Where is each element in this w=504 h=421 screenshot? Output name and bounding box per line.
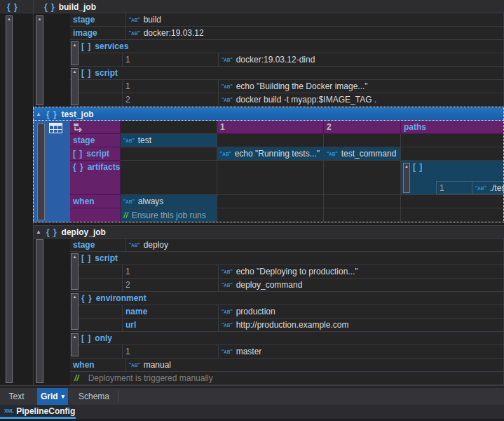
- empty-cell[interactable]: [217, 161, 324, 195]
- build-stage-value-cell[interactable]: "ᴀʙ" build: [126, 13, 504, 27]
- root-object-glyph: { }: [7, 2, 18, 12]
- test-job-collapse-bar[interactable]: [37, 123, 45, 220]
- key-label: name: [125, 307, 147, 316]
- empty-cell[interactable]: [121, 147, 217, 161]
- empty-cell[interactable]: [324, 161, 401, 195]
- build-script-item2-value-cell[interactable]: "ᴀʙ" docker build -t myapp:$IMAGE_TAG .: [219, 93, 504, 107]
- build-image-value-cell[interactable]: "ᴀʙ" docker:19.03.12: [126, 27, 504, 40]
- deploy-script-item1-value-cell[interactable]: "ᴀʙ" echo "Deploying to production...": [219, 265, 504, 279]
- environment-name-key-cell[interactable]: name: [123, 305, 219, 319]
- test-stage-key-cell[interactable]: stage: [70, 134, 121, 147]
- test-comment-gutter-cell[interactable]: [70, 208, 121, 222]
- table-view-icon[interactable]: [49, 123, 62, 133]
- collapse-arrow-icon[interactable]: ▲: [36, 111, 41, 117]
- index-label: 1: [125, 55, 130, 65]
- comment-icon: //: [74, 373, 79, 383]
- key-label: script: [95, 68, 118, 78]
- empty-cell[interactable]: [217, 195, 324, 208]
- build-script-item2-index-cell[interactable]: 2: [123, 93, 219, 107]
- collapse-arrow-icon[interactable]: ▲: [36, 229, 41, 235]
- environment-url-value-cell[interactable]: "ᴀʙ" http://production.example.com: [219, 319, 504, 332]
- value-text: test: [138, 135, 151, 145]
- tab-text[interactable]: Text: [0, 388, 33, 405]
- only-item-index-cell[interactable]: 1: [123, 345, 219, 359]
- only-collapse-bar[interactable]: ▲: [71, 333, 79, 356]
- deploy-when-value-cell[interactable]: "ᴀʙ" manual: [126, 359, 504, 372]
- services-item-index-cell[interactable]: 1: [123, 53, 219, 67]
- build-script-item1-index-cell[interactable]: 1: [123, 80, 219, 93]
- test-table-col1-header[interactable]: 1: [217, 121, 324, 134]
- only-item-value-cell[interactable]: "ᴀʙ" master: [219, 345, 504, 359]
- value-text: http://production.example.com: [236, 320, 349, 330]
- empty-cell[interactable]: [401, 134, 504, 147]
- empty-cell[interactable]: [324, 134, 401, 147]
- deploy-stage-value-cell[interactable]: "ᴀʙ" deploy: [126, 239, 504, 252]
- deploy-script-collapse-bar[interactable]: ▲: [71, 253, 79, 290]
- comment-icon: //: [123, 210, 128, 220]
- string-type-icon: "ᴀʙ": [222, 268, 233, 275]
- deploy-script-item1-index-cell[interactable]: 1: [123, 265, 219, 279]
- file-tab-pipelineconfig[interactable]: XML PipelineConfig: [0, 405, 76, 419]
- value-text: docker:19.03.12: [144, 28, 204, 38]
- array-icon: [ ]: [81, 68, 91, 78]
- empty-cell[interactable]: [401, 208, 504, 222]
- build-script-item1-value-cell[interactable]: "ᴀʙ" echo "Building the Docker image...": [219, 80, 504, 93]
- empty-cell[interactable]: [401, 147, 504, 161]
- empty-cell[interactable]: [217, 134, 324, 147]
- empty-cell[interactable]: [217, 208, 324, 222]
- tab-schema[interactable]: Schema: [72, 388, 116, 405]
- services-collapse-bar[interactable]: ▲: [71, 41, 79, 65]
- test-table-colA-header[interactable]: [121, 121, 217, 134]
- build-script-collapse-bar[interactable]: ▲: [71, 68, 79, 105]
- tab-label: Schema: [79, 392, 109, 401]
- string-type-icon: "ᴀʙ": [222, 308, 233, 315]
- empty-cell[interactable]: [324, 208, 401, 222]
- test-script-item2-cell[interactable]: "ᴀʙ" test_command: [324, 147, 401, 161]
- tab-grid[interactable]: Grid ▾: [37, 388, 68, 405]
- paths-item-index-cell[interactable]: 1: [436, 181, 472, 194]
- deploy-script-item2-index-cell[interactable]: 2: [123, 279, 219, 292]
- value-text: production: [236, 307, 275, 316]
- test-script-item1-cell[interactable]: "ᴀʙ" echo "Running tests...": [217, 147, 324, 161]
- environment-name-value-cell[interactable]: "ᴀʙ" production: [219, 305, 504, 319]
- environment-collapse-bar[interactable]: ▲: [71, 293, 79, 330]
- root-object-cell[interactable]: { }: [0, 0, 33, 13]
- services-item-value-cell[interactable]: "ᴀʙ" docker:19.03.12-dind: [219, 53, 504, 67]
- value-text: ./test: [490, 183, 504, 193]
- test-when-value-cell[interactable]: "ᴀʙ" always: [121, 195, 217, 208]
- test-stage-value-cell[interactable]: "ᴀʙ" test: [121, 134, 217, 147]
- collapse-arrow-icon: ▲: [36, 17, 43, 22]
- deploy-job-header[interactable]: ▲ { } deploy_job: [34, 225, 504, 239]
- empty-cell[interactable]: [121, 161, 217, 195]
- build-job-header[interactable]: { } build_job: [34, 0, 504, 13]
- test-when-comment-cell[interactable]: // Ensure this job runs: [121, 208, 217, 222]
- dropdown-caret-icon: ▾: [62, 393, 65, 400]
- build-script-header-cell[interactable]: [ ] script: [70, 67, 504, 80]
- artifacts-paths-collapse-bar[interactable]: ▲: [403, 163, 410, 193]
- environment-url-key-cell[interactable]: url: [123, 319, 219, 332]
- deploy-script-header-cell[interactable]: [ ] script: [70, 252, 504, 265]
- root-collapse-bar[interactable]: ▲: [6, 15, 13, 383]
- test-table-paths-header[interactable]: paths: [401, 121, 504, 134]
- empty-cell[interactable]: [401, 195, 504, 208]
- build-job-collapse-bar[interactable]: ▲: [36, 15, 43, 105]
- build-services-header-cell[interactable]: [ ] services: [70, 40, 504, 53]
- test-table-col2-header[interactable]: 2: [324, 121, 401, 134]
- paths-item-value-cell[interactable]: "ᴀʙ" ./test: [472, 181, 504, 194]
- deploy-only-header-cell[interactable]: [ ] only: [70, 332, 504, 345]
- value-text: echo "Deploying to production...": [236, 267, 358, 276]
- test-job-header[interactable]: ▲ { } test_job: [33, 107, 504, 121]
- deploy-when-comment-cell[interactable]: // Deployment is triggered manually: [70, 372, 504, 385]
- test-table-corner-cell[interactable]: [70, 121, 121, 134]
- deploy-when-key-cell[interactable]: when: [70, 359, 126, 372]
- test-artifacts-key-cell[interactable]: { } artifacts: [70, 161, 121, 195]
- deploy-job-collapse-bar[interactable]: [36, 239, 43, 383]
- test-when-key-cell[interactable]: when: [70, 195, 121, 208]
- build-stage-key-cell[interactable]: stage: [70, 13, 126, 27]
- deploy-stage-key-cell[interactable]: stage: [70, 239, 126, 252]
- deploy-script-item2-value-cell[interactable]: "ᴀʙ" deploy_command: [219, 279, 504, 292]
- build-image-key-cell[interactable]: image: [70, 27, 126, 40]
- empty-cell[interactable]: [324, 195, 401, 208]
- deploy-environment-header-cell[interactable]: { } environment: [70, 292, 504, 305]
- test-script-key-cell[interactable]: [ ] script: [70, 147, 121, 161]
